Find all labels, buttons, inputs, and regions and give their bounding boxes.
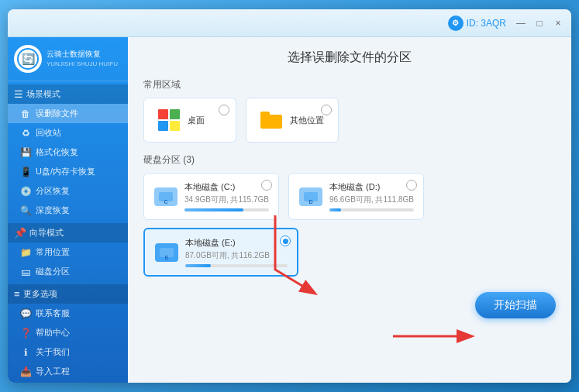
window-controls: — □ × [514,16,565,30]
disk-icon: 🖴 [20,266,31,277]
desktop-info: 桌面 [188,115,223,126]
e-drive-row: E 本地磁盘 (E:) 87.0GB可用, 共116.2GB [143,228,556,277]
title-bar-id: ⚙ ID: 3AQR [14,15,506,31]
desktop-card[interactable]: 桌面 [143,98,236,143]
sidebar-item-disk-partition[interactable]: 🖴 磁盘分区 [8,262,128,281]
close-button[interactable]: × [551,16,565,30]
e-drive-icon: E [154,240,179,265]
id-text: ID: 3AQR [467,18,506,29]
e-drive-space: 87.0GB可用, 共116.2GB [185,250,288,261]
sidebar-item-customer-service[interactable]: 💬 联系客服 [8,304,128,323]
sidebar: 🔄 云骑士数据恢复 YUNJISHI SHUJU HUIFU ☰ 场景模式 🗑 … [8,37,128,383]
d-drive-card[interactable]: D 本地磁盘 (D:) 96.6GB可用, 共111.8GB [288,173,424,220]
id-badge: ⚙ ID: 3AQR [448,15,506,31]
desktop-label: 桌面 [188,115,223,126]
e-drive-radio[interactable] [280,236,291,246]
start-button-area: 开始扫描 [143,292,556,318]
c-drive-card[interactable]: C 本地磁盘 (C:) 34.9GB可用, 共115.7GB [143,173,279,220]
guide-mode-header: 📌 向导模式 [8,223,128,242]
sd-icon: 📱 [20,167,31,177]
start-button[interactable]: 开始扫描 [475,292,556,318]
logo-circle: 🔄 [14,45,42,73]
title-bar: ⚙ ID: 3AQR — □ × [8,9,571,37]
c-drive-info: 本地磁盘 (C:) 34.9GB可用, 共115.7GB [184,181,269,211]
c-drive-fill [184,208,243,211]
sidebar-item-common-location[interactable]: 📁 常用位置 [8,242,128,262]
app-name: 云骑士数据恢复 YUNJISHI SHUJU HUIFU [47,49,118,68]
d-drive-icon: D [298,184,323,209]
c-drive-label: 本地磁盘 (C:) [184,181,269,193]
sidebar-item-help-center[interactable]: ❓ 帮助中心 [8,323,128,342]
maximize-button[interactable]: □ [532,16,546,30]
import-icon: 📥 [20,366,31,377]
content-area: 选择误删除文件的分区 常用区域 [128,37,571,383]
partition-section-label: 硬盘分区 (3) [143,153,556,167]
c-drive-bar [184,208,269,211]
sidebar-item-recycle[interactable]: ♻ 回收站 [8,123,128,143]
e-drive-fill [185,264,211,267]
logo-inner: 🔄 [17,48,39,70]
other-info: 其他位置 [290,115,326,126]
desktop-radio[interactable] [219,105,229,115]
deep-icon: 🔍 [20,205,31,216]
main-window: ⚙ ID: 3AQR — □ × 🔄 云骑士数据恢复 YUNJISHI SHUJ… [8,9,571,383]
sidebar-item-sd-card[interactable]: 📱 U盘/内存卡恢复 [8,162,128,181]
e-drive-bar [185,264,288,267]
other-label: 其他位置 [290,115,326,126]
e-drive-info: 本地磁盘 (E:) 87.0GB可用, 共116.2GB [185,237,288,267]
desktop-icon [157,108,181,132]
main-layout: 🔄 云骑士数据恢复 YUNJISHI SHUJU HUIFU ☰ 场景模式 🗑 … [8,37,571,383]
other-locations-card[interactable]: 其他位置 [246,98,339,143]
partition-section: 硬盘分区 (3) C 本地磁盘 (C:) 34.9G [143,153,556,277]
deleted-files-icon: 🗑 [20,108,31,119]
common-section-label: 常用区域 [143,78,556,91]
format-icon: 💾 [20,147,31,158]
common-cards-row: 桌面 其他位置 [143,98,556,143]
d-drive-info: 本地磁盘 (D:) 96.6GB可用, 共111.8GB [329,181,414,211]
c-drive-radio[interactable] [261,180,272,191]
e-drive-label: 本地磁盘 (E:) [185,237,288,249]
partition-icon: 💿 [20,186,31,197]
d-drive-fill [329,208,341,211]
sidebar-item-deep-recovery[interactable]: 🔍 深度恢复 [8,201,128,220]
c-drive-space: 34.9GB可用, 共115.7GB [184,194,269,205]
sidebar-item-format[interactable]: 💾 格式化恢复 [8,143,128,162]
e-drive-card[interactable]: E 本地磁盘 (E:) 87.0GB可用, 共116.2GB [143,228,298,277]
partition-cards-row: C 本地磁盘 (C:) 34.9GB可用, 共115.7GB [143,173,556,220]
page-title: 选择误删除文件的分区 [143,50,556,66]
service-icon: 💬 [20,308,31,319]
d-drive-label: 本地磁盘 (D:) [329,181,414,193]
id-icon: ⚙ [448,15,464,31]
version-text: 版本号: 3.21.0.17 [8,381,128,383]
scene-mode-header: ☰ 场景模式 [8,84,128,104]
location-icon: 📁 [20,247,31,258]
logo-area: 🔄 云骑士数据恢复 YUNJISHI SHUJU HUIFU [8,37,128,81]
common-area: 常用区域 [143,78,556,143]
sidebar-item-about-us[interactable]: ℹ 关于我们 [8,342,128,362]
minimize-button[interactable]: — [514,16,528,30]
other-icon [259,108,284,132]
recycle-icon: ♻ [20,128,31,139]
c-drive-icon: C [153,184,178,209]
sidebar-item-partition-recovery[interactable]: 💿 分区恢复 [8,181,128,201]
d-drive-radio[interactable] [406,180,417,191]
about-icon: ℹ [20,347,31,358]
arrow-to-start [385,313,509,359]
more-options-header: ≡ 更多选项 [8,284,128,304]
d-drive-bar [329,208,414,211]
other-radio[interactable] [321,105,332,115]
sidebar-item-import-project[interactable]: 📥 导入工程 [8,362,128,381]
sidebar-item-deleted-files[interactable]: 🗑 误删除文件 [8,104,128,123]
help-icon: ❓ [20,328,31,339]
d-drive-space: 96.6GB可用, 共111.8GB [329,194,414,205]
